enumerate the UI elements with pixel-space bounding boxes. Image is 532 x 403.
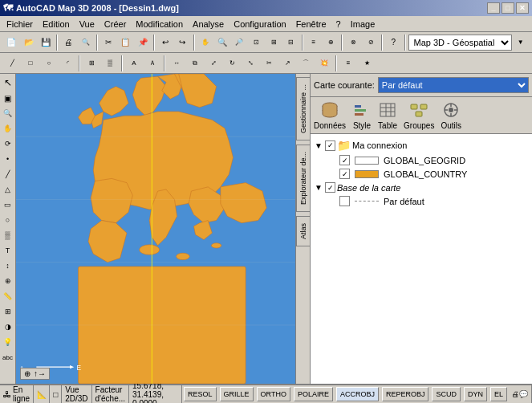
menu-analyse[interactable]: Analyse (188, 18, 229, 31)
menu-image[interactable]: Image (346, 18, 380, 31)
scud-seg[interactable]: SCUD (432, 387, 461, 401)
country-row[interactable]: ▶ GLOBAL_COUNTRY (311, 167, 532, 181)
close-button[interactable]: ✕ (516, 2, 529, 14)
checkbox-geogrid[interactable] (339, 155, 350, 165)
donnees-tool[interactable]: Données (314, 100, 346, 130)
left-orbit[interactable]: ⟳ (1, 136, 15, 151)
checkbox-defaut[interactable] (339, 196, 350, 206)
dyn-seg[interactable]: DYN (464, 387, 487, 401)
left-point[interactable]: • (1, 152, 15, 166)
properties-button[interactable]: ≡ (306, 34, 322, 51)
menu-configuration[interactable]: Configuration (229, 18, 290, 31)
left-light[interactable]: 💡 (1, 335, 15, 349)
tool-poly[interactable]: □ (22, 55, 39, 72)
workspace-arrow[interactable]: ▼ (513, 34, 529, 51)
left-text2[interactable]: T (1, 243, 15, 258)
matchprop-button[interactable]: ⊕ (323, 34, 339, 51)
style-tool[interactable]: Style (352, 100, 372, 130)
view-2d3d[interactable]: Vue 2D/3D (62, 385, 91, 403)
workspace-combo[interactable]: Map 3D - Géospatial (408, 35, 512, 51)
tool-line[interactable]: ╱ (3, 55, 21, 72)
tool-scale[interactable]: ⤡ (242, 55, 259, 72)
outils-tool[interactable]: Outils (441, 100, 461, 130)
menu-help[interactable]: ? (331, 18, 346, 31)
menu-fichier[interactable]: Fichier (2, 18, 38, 31)
left-rect[interactable]: ▭ (1, 197, 15, 212)
checkbox-connexion[interactable] (325, 140, 335, 151)
ortho-seg[interactable]: ORTHO (257, 387, 290, 401)
copy-button[interactable]: 📋 (117, 34, 133, 51)
left-circle2[interactable]: ○ (1, 213, 15, 227)
checkbox-country[interactable] (339, 169, 350, 179)
tool-trim[interactable]: ✂ (260, 55, 278, 72)
menu-modification[interactable]: Modification (131, 18, 188, 31)
left-pan2[interactable]: ✋ (1, 121, 15, 136)
pan-button[interactable]: ✋ (197, 34, 213, 51)
menu-vue[interactable]: Vue (75, 18, 99, 31)
table-tool[interactable]: Table (378, 100, 397, 130)
tool-mtext[interactable]: Ａ (144, 55, 161, 72)
open-button[interactable]: 📂 (20, 34, 36, 51)
menu-edition[interactable]: Edition (38, 18, 75, 31)
par-defaut-row[interactable]: ▶ Par défaut (311, 194, 532, 208)
tool-extend[interactable]: ↗ (278, 55, 296, 72)
left-select[interactable]: ▣ (1, 91, 15, 105)
print-prev-button[interactable]: 🔍 (77, 34, 93, 51)
carte-courante-select[interactable]: Par défaut (378, 77, 529, 93)
resol-seg[interactable]: RESOL (184, 387, 217, 401)
gestionnaire-tab[interactable]: Gestionnaire ... (296, 77, 311, 140)
grille-seg[interactable]: GRILLE (220, 387, 254, 401)
left-line2[interactable]: ╱ (1, 167, 15, 181)
menu-fenetre[interactable]: Fenêtre (291, 18, 331, 31)
left-xref[interactable]: ⊞ (1, 304, 15, 319)
left-measure[interactable]: 📏 (1, 289, 15, 303)
cut-button[interactable]: ✂ (100, 34, 116, 51)
el-seg[interactable]: EL (490, 387, 507, 401)
menu-creer[interactable]: Créer (99, 18, 132, 31)
tool-move[interactable]: ↔ (168, 55, 185, 72)
print-button[interactable]: 🖨 (60, 34, 76, 51)
zoom-in-button[interactable]: 🔍 (214, 34, 230, 51)
tool-gradient[interactable]: ▒ (101, 55, 119, 72)
paste-button[interactable]: 📌 (135, 34, 151, 51)
zoom-ext-button[interactable]: ⊡ (249, 34, 265, 51)
reperobj-seg[interactable]: REPEROBJ (382, 387, 429, 401)
left-dim[interactable]: ↕ (1, 258, 15, 273)
tool-rotate[interactable]: ↻ (223, 55, 241, 72)
groupes-tool[interactable]: Groupes (404, 100, 434, 130)
atlas-tab[interactable]: Atlas (296, 216, 311, 246)
tool-hatch[interactable]: ⊞ (83, 55, 100, 72)
undo-button[interactable]: ↩ (157, 34, 173, 51)
tool-circle[interactable]: ○ (40, 55, 58, 72)
explorateur-tab[interactable]: Explorateur de... (296, 145, 311, 212)
tool-text[interactable]: A (125, 55, 143, 72)
left-poly2[interactable]: △ (1, 182, 15, 197)
base-carte-row[interactable]: ▼ Base de la carte (311, 181, 532, 194)
geogrid-row[interactable]: ▶ GLOBAL_GEOGRID (311, 153, 532, 167)
left-render[interactable]: ◑ (1, 320, 15, 334)
tool-layerstate[interactable]: ★ (358, 55, 376, 72)
left-pick[interactable]: ↖ (1, 75, 15, 90)
tool-explode[interactable]: 💥 (315, 55, 333, 72)
tool-layer[interactable]: ≡ (339, 55, 357, 72)
map-tool2[interactable]: ⊘ (363, 34, 379, 51)
zoom-win-button[interactable]: ⊞ (266, 34, 282, 51)
expand-base[interactable]: ▼ (314, 183, 323, 193)
accrobj-seg[interactable]: ACCROBJ (336, 387, 379, 401)
left-abc[interactable]: abc (1, 350, 15, 364)
help-button[interactable]: ? (385, 34, 401, 51)
tool-stretch[interactable]: ⤢ (205, 55, 222, 72)
new-button[interactable]: 📄 (3, 34, 19, 51)
left-zoom2[interactable]: 🔍 (1, 106, 15, 120)
zoom-prev-button[interactable]: ⊟ (282, 34, 298, 51)
map-tool1[interactable]: ⊗ (345, 34, 361, 51)
polaire-seg[interactable]: POLAIRE (294, 387, 333, 401)
ma-connexion-row[interactable]: ▼ 📁 Ma connexion (311, 137, 532, 153)
tool-fillet[interactable]: ⌒ (297, 55, 315, 72)
left-insert[interactable]: ⊕ (1, 274, 15, 288)
maximize-button[interactable]: □ (502, 2, 514, 14)
zoom-out-button[interactable]: 🔎 (231, 34, 247, 51)
redo-button[interactable]: ↪ (174, 34, 190, 51)
tool-copy2[interactable]: ⧉ (186, 55, 204, 72)
tool-arc[interactable]: ◜ (59, 55, 76, 72)
